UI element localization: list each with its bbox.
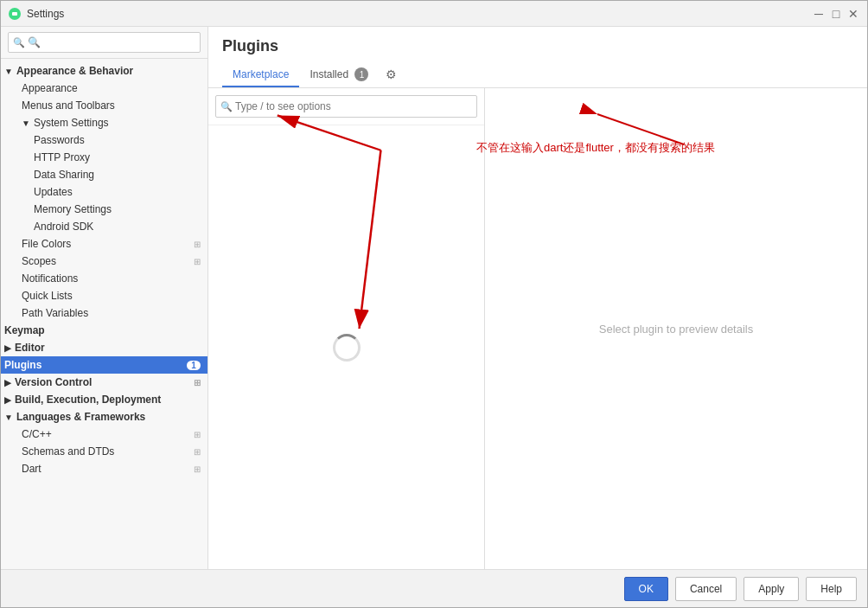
- sidebar-item-label: Quick Lists: [22, 290, 73, 302]
- page-icon: ⊞: [194, 378, 201, 387]
- svg-rect-1: [12, 12, 17, 16]
- window-title: Settings: [27, 8, 64, 20]
- tabs: Marketplace Installed 1 ⚙: [222, 62, 853, 87]
- sidebar-item-languages-frameworks[interactable]: ▼ Languages & Frameworks: [1, 408, 207, 426]
- help-button[interactable]: Help: [806, 577, 857, 601]
- main-content: 🔍 ▼ Appearance & Behavior Appearance Men…: [1, 27, 867, 569]
- plugins-badge: 1: [187, 361, 201, 370]
- sidebar-search-wrapper: 🔍: [8, 32, 201, 53]
- loading-spinner: [333, 334, 361, 362]
- sidebar-item-label: Android SDK: [34, 221, 93, 233]
- installed-badge: 1: [354, 67, 368, 81]
- sidebar-item-label: Passwords: [34, 134, 85, 146]
- arrow-icon: ▼: [4, 67, 13, 76]
- sidebar-item-schemas-dtds[interactable]: Schemas and DTDs ⊞: [1, 443, 207, 460]
- sidebar-item-label: System Settings: [34, 117, 109, 129]
- plugin-search-input[interactable]: [215, 95, 477, 118]
- arrow-icon: ▼: [22, 118, 30, 128]
- sidebar-item-label: Editor: [15, 342, 45, 354]
- sidebar-search-bar: 🔍: [1, 27, 207, 59]
- page-icon: ⊞: [194, 257, 201, 266]
- sidebar-item-label: Path Variables: [22, 307, 88, 319]
- sidebar-item-memory-settings[interactable]: Memory Settings: [1, 201, 207, 218]
- page-icon: ⊞: [194, 240, 201, 249]
- sidebar-item-label: Updates: [34, 186, 73, 198]
- apply-button[interactable]: Apply: [744, 577, 799, 601]
- sidebar-item-menus-toolbars[interactable]: Menus and Toolbars: [1, 97, 207, 114]
- sidebar-item-keymap[interactable]: Keymap: [1, 322, 207, 339]
- bottom-bar: OK Cancel Apply Help: [1, 569, 867, 607]
- plugin-search-wrapper: 🔍: [215, 95, 477, 118]
- sidebar-item-label: Plugins: [4, 359, 41, 371]
- sidebar-item-updates[interactable]: Updates: [1, 183, 207, 201]
- sidebar-item-label: Version Control: [15, 376, 92, 388]
- ok-button[interactable]: OK: [624, 577, 668, 601]
- sidebar-item-system-settings[interactable]: ▼ System Settings: [1, 114, 207, 131]
- sidebar-item-label: HTTP Proxy: [34, 151, 90, 163]
- sidebar-item-http-proxy[interactable]: HTTP Proxy: [1, 149, 207, 166]
- panel-title: Plugins: [222, 37, 853, 55]
- sidebar-item-notifications[interactable]: Notifications: [1, 270, 207, 287]
- arrow-icon: ▶: [4, 343, 11, 353]
- sidebar-item-label: Appearance & Behavior: [16, 65, 133, 77]
- sidebar-item-scopes[interactable]: Scopes ⊞: [1, 253, 207, 270]
- sidebar-item-label: Appearance: [22, 82, 78, 94]
- sidebar-item-appearance-behavior[interactable]: ▼ Appearance & Behavior: [1, 62, 207, 80]
- sidebar-item-file-colors[interactable]: File Colors ⊞: [1, 235, 207, 253]
- sidebar-item-passwords[interactable]: Passwords: [1, 131, 207, 149]
- sidebar-search-icon: 🔍: [13, 37, 25, 48]
- sidebar-item-android-sdk[interactable]: Android SDK: [1, 218, 207, 235]
- sidebar-item-label: File Colors: [22, 238, 71, 250]
- panel-header: Plugins Marketplace Installed 1 ⚙: [208, 27, 867, 88]
- main-panel: Plugins Marketplace Installed 1 ⚙: [208, 27, 867, 569]
- sidebar-item-version-control[interactable]: ▶ Version Control ⊞: [1, 374, 207, 391]
- minimize-button[interactable]: ─: [812, 7, 826, 21]
- sidebar-item-quick-lists[interactable]: Quick Lists: [1, 287, 207, 304]
- plugin-list-content: [208, 125, 484, 569]
- sidebar-item-label: Schemas and DTDs: [22, 445, 114, 458]
- sidebar-item-data-sharing[interactable]: Data Sharing: [1, 166, 207, 183]
- panel-body-wrapper: 🔍 Select plugin to preview details: [208, 88, 867, 569]
- sidebar-item-label: Languages & Frameworks: [16, 411, 145, 423]
- sidebar-tree: ▼ Appearance & Behavior Appearance Menus…: [1, 59, 207, 481]
- sidebar-item-label: Build, Execution, Deployment: [15, 394, 161, 406]
- sidebar-item-dart[interactable]: Dart ⊞: [1, 460, 207, 477]
- page-icon: ⊞: [194, 430, 201, 439]
- sidebar-item-build-execution[interactable]: ▶ Build, Execution, Deployment: [1, 391, 207, 408]
- title-bar-left: Settings: [8, 7, 64, 21]
- sidebar-item-label: Dart: [22, 463, 41, 475]
- sidebar-item-label: Data Sharing: [34, 169, 94, 181]
- sidebar-item-label: Menus and Toolbars: [22, 99, 115, 112]
- panel-body: 🔍 Select plugin to preview details: [208, 88, 867, 569]
- sidebar-item-cplusplus[interactable]: C/C++ ⊞: [1, 426, 207, 443]
- sidebar-item-editor[interactable]: ▶ Editor: [1, 339, 207, 356]
- sidebar-item-plugins[interactable]: Plugins 1: [1, 356, 207, 374]
- plugin-detail-area: Select plugin to preview details: [485, 88, 867, 569]
- maximize-button[interactable]: □: [829, 7, 843, 21]
- page-icon: ⊞: [194, 464, 201, 474]
- tab-marketplace[interactable]: Marketplace: [222, 63, 299, 87]
- arrow-icon: ▼: [4, 413, 13, 422]
- page-icon: ⊞: [194, 447, 201, 457]
- plugin-search: 🔍: [208, 88, 484, 125]
- tab-installed[interactable]: Installed 1: [299, 62, 379, 88]
- settings-window: Settings ─ □ ✕ 🔍 ▼ Appearance & Behavior: [0, 0, 868, 608]
- sidebar-item-appearance[interactable]: Appearance: [1, 80, 207, 97]
- sidebar-item-label: C/C++: [22, 428, 52, 440]
- sidebar-item-label: Memory Settings: [34, 203, 112, 215]
- sidebar-item-label: Keymap: [4, 324, 45, 336]
- arrow-icon: ▶: [4, 395, 11, 405]
- title-bar-controls: ─ □ ✕: [812, 7, 860, 21]
- cancel-button[interactable]: Cancel: [675, 577, 737, 601]
- sidebar-item-label: Scopes: [22, 255, 56, 267]
- close-button[interactable]: ✕: [846, 7, 860, 21]
- tab-settings[interactable]: ⚙: [379, 64, 404, 86]
- sidebar-item-label: Notifications: [22, 272, 78, 285]
- arrow-icon: ▶: [4, 378, 11, 387]
- sidebar-search-input[interactable]: [8, 32, 201, 53]
- sidebar-item-path-variables[interactable]: Path Variables: [1, 304, 207, 322]
- plugin-search-icon: 🔍: [220, 101, 233, 112]
- plugin-list-area: 🔍: [208, 88, 485, 569]
- app-icon: [8, 7, 22, 21]
- select-plugin-hint: Select plugin to preview details: [599, 323, 754, 336]
